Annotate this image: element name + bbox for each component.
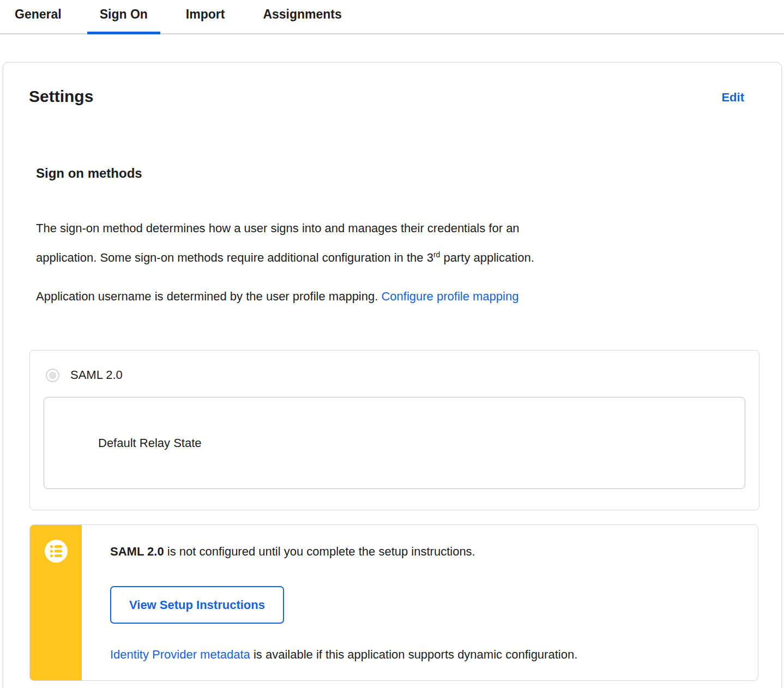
callout-body: SAML 2.0 is not configured until you com…: [82, 525, 599, 680]
callout-yellow-strip: [30, 525, 82, 680]
saml-setup-callout: SAML 2.0 is not configured until you com…: [29, 524, 758, 681]
settings-card: Settings Edit Sign on methods The sign-o…: [3, 62, 782, 688]
sign-on-methods-heading: Sign on methods: [36, 166, 781, 181]
username-note-text: Application username is determined by th…: [36, 289, 381, 303]
app-tab-bar: General Sign On Import Assignments: [0, 0, 784, 34]
sign-on-method-description: The sign-on method determines how a user…: [36, 215, 728, 271]
identity-provider-metadata-note: Identity Provider metadata is available …: [110, 647, 577, 662]
tab-sign-on[interactable]: Sign On: [87, 0, 160, 34]
identity-provider-metadata-link[interactable]: Identity Provider metadata: [110, 648, 250, 661]
description-line-1: The sign-on method determines how a user…: [36, 221, 520, 235]
application-username-note: Application username is determined by th…: [36, 283, 728, 310]
tab-general[interactable]: General: [2, 0, 74, 34]
saml-radio-label: SAML 2.0: [70, 368, 123, 382]
sign-on-methods-section: Sign on methods The sign-on method deter…: [36, 166, 781, 310]
default-relay-state-field: Default Relay State: [44, 397, 745, 489]
list-icon: [44, 539, 69, 564]
default-relay-state-label: Default Relay State: [98, 436, 202, 450]
callout-message-bold: SAML 2.0: [110, 545, 164, 558]
callout-message: SAML 2.0 is not configured until you com…: [110, 544, 577, 559]
metadata-note-rest: is available if this application support…: [250, 648, 577, 661]
tab-import[interactable]: Import: [173, 0, 238, 34]
description-superscript: rd: [433, 250, 440, 259]
edit-settings-link[interactable]: Edit: [721, 90, 744, 105]
settings-card-header: Settings Edit: [29, 87, 781, 106]
callout-message-rest: is not configured until you complete the…: [164, 545, 475, 558]
saml-radio-row: SAML 2.0: [46, 368, 759, 382]
settings-title: Settings: [29, 87, 93, 106]
description-line-2-end: party application.: [440, 251, 534, 264]
tab-assignments[interactable]: Assignments: [250, 0, 354, 34]
view-setup-instructions-button[interactable]: View Setup Instructions: [110, 586, 284, 624]
saml-radio-button[interactable]: [46, 369, 59, 382]
description-line-2: application. Some sign-on methods requir…: [36, 251, 433, 264]
saml-option-box: SAML 2.0 Default Relay State: [29, 350, 759, 510]
configure-profile-mapping-link[interactable]: Configure profile mapping: [381, 289, 518, 303]
